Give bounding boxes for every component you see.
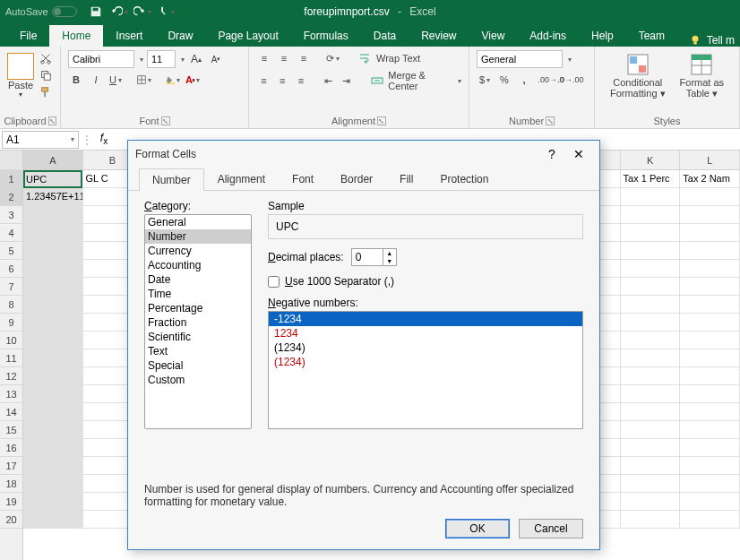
row-header[interactable]: 3: [0, 206, 22, 224]
tab-data[interactable]: Data: [361, 25, 409, 47]
redo-icon[interactable]: ▾: [133, 3, 152, 21]
tab-team[interactable]: Team: [626, 25, 677, 47]
fx-icon[interactable]: fx: [95, 132, 113, 146]
tab-insert[interactable]: Insert: [103, 25, 155, 47]
cell[interactable]: [621, 367, 681, 385]
cell[interactable]: [23, 475, 83, 493]
decrease-decimal-icon[interactable]: .0→.00: [563, 72, 579, 88]
row-header[interactable]: 15: [0, 421, 22, 439]
cell[interactable]: [680, 493, 740, 511]
cell[interactable]: [680, 332, 740, 349]
merge-icon[interactable]: [370, 73, 385, 89]
tab-review[interactable]: Review: [409, 25, 469, 47]
cell[interactable]: [621, 475, 681, 493]
row-header[interactable]: 14: [0, 403, 22, 421]
tab-page-layout[interactable]: Page Layout: [205, 25, 290, 47]
cell[interactable]: [621, 206, 681, 224]
select-all-corner[interactable]: [0, 151, 22, 170]
row-header[interactable]: 16: [0, 439, 22, 457]
row-header[interactable]: 17: [0, 457, 22, 475]
clipboard-dialog-icon[interactable]: ⤡: [48, 116, 56, 125]
cell[interactable]: [621, 349, 681, 367]
row-header[interactable]: 20: [0, 511, 22, 529]
cell[interactable]: [680, 296, 740, 314]
paste-button[interactable]: Paste ▾: [7, 53, 34, 99]
dialog-tab-border[interactable]: Border: [327, 168, 386, 190]
cell[interactable]: [621, 421, 681, 439]
tab-view[interactable]: View: [469, 25, 518, 47]
cell[interactable]: Tax 2 Nam: [680, 170, 740, 188]
dialog-tab-number[interactable]: Number: [139, 168, 204, 191]
cell[interactable]: [23, 296, 83, 314]
align-right-icon[interactable]: ≡: [294, 73, 309, 89]
chevron-down-icon[interactable]: ▾: [140, 56, 143, 64]
dialog-titlebar[interactable]: Format Cells ? ✕: [128, 141, 599, 168]
cell[interactable]: [680, 367, 740, 385]
spin-down-icon[interactable]: ▼: [383, 257, 396, 265]
number-dialog-icon[interactable]: ⤡: [546, 116, 555, 125]
cell[interactable]: [680, 260, 740, 278]
row-header[interactable]: 7: [0, 278, 22, 296]
font-size-combo[interactable]: [147, 50, 176, 68]
cell[interactable]: [621, 332, 681, 349]
percent-format-icon[interactable]: %: [496, 72, 512, 88]
undo-icon[interactable]: ▾: [109, 3, 129, 21]
column-header[interactable]: L: [680, 151, 740, 169]
row-header[interactable]: 8: [0, 296, 22, 314]
cell[interactable]: [680, 421, 740, 439]
thousands-separator-checkbox[interactable]: [268, 276, 280, 288]
align-top-icon[interactable]: ≡: [256, 50, 272, 66]
decimal-places-input[interactable]: [352, 249, 383, 265]
cell[interactable]: [621, 457, 681, 475]
conditional-formatting-button[interactable]: Conditional Formatting ▾: [605, 50, 671, 100]
negative-numbers-listbox[interactable]: -12341234(1234)(1234): [268, 311, 583, 429]
format-as-table-button[interactable]: Format as Table ▾: [675, 50, 730, 100]
decrease-font-icon[interactable]: A▾: [208, 51, 224, 67]
cell[interactable]: [680, 385, 740, 403]
negative-option[interactable]: 1234: [269, 326, 582, 340]
cell[interactable]: [23, 421, 83, 439]
dialog-tab-fill[interactable]: Fill: [386, 168, 426, 190]
increase-decimal-icon[interactable]: .00→.0: [543, 72, 559, 88]
accounting-format-icon[interactable]: $▾: [477, 72, 493, 88]
tab-formulas[interactable]: Formulas: [291, 25, 361, 47]
row-header[interactable]: 18: [0, 475, 22, 493]
tab-home[interactable]: Home: [49, 25, 103, 47]
dialog-tab-protection[interactable]: Protection: [426, 168, 502, 190]
cell[interactable]: [680, 457, 740, 475]
cell[interactable]: [23, 385, 83, 403]
align-bottom-icon[interactable]: ≡: [296, 50, 312, 66]
wrap-text-button[interactable]: Wrap Text: [376, 53, 420, 64]
cell[interactable]: [680, 314, 740, 332]
cell[interactable]: [621, 385, 681, 403]
cell[interactable]: [23, 224, 83, 242]
borders-icon[interactable]: ▾: [136, 72, 152, 88]
italic-button[interactable]: I: [88, 72, 104, 88]
row-header[interactable]: 5: [0, 242, 22, 260]
fill-color-icon[interactable]: ▾: [165, 72, 181, 88]
alignment-dialog-icon[interactable]: ⤡: [377, 116, 386, 125]
chevron-down-icon[interactable]: ▾: [568, 56, 572, 64]
dialog-tab-alignment[interactable]: Alignment: [204, 168, 279, 190]
row-header[interactable]: 10: [0, 332, 22, 349]
cell[interactable]: [621, 511, 681, 529]
tab-addins[interactable]: Add-ins: [517, 25, 579, 47]
row-header[interactable]: 1: [0, 170, 22, 188]
comma-format-icon[interactable]: ,: [516, 72, 532, 88]
row-header[interactable]: 13: [0, 385, 22, 403]
ok-button[interactable]: OK: [445, 519, 510, 538]
cell[interactable]: Tax 1 Perc: [621, 170, 681, 188]
cell[interactable]: [621, 403, 681, 421]
cell[interactable]: [23, 278, 83, 296]
tab-help[interactable]: Help: [579, 25, 626, 47]
row-header[interactable]: 11: [0, 349, 22, 367]
cell[interactable]: [23, 260, 83, 278]
align-center-icon[interactable]: ≡: [275, 73, 290, 89]
spin-up-icon[interactable]: ▲: [383, 249, 396, 257]
cell[interactable]: [680, 188, 740, 206]
decimal-places-stepper[interactable]: ▲▼: [351, 248, 397, 266]
row-header[interactable]: 9: [0, 314, 22, 332]
cell[interactable]: [680, 511, 740, 529]
cell[interactable]: [680, 278, 740, 296]
column-header[interactable]: A: [23, 151, 83, 169]
